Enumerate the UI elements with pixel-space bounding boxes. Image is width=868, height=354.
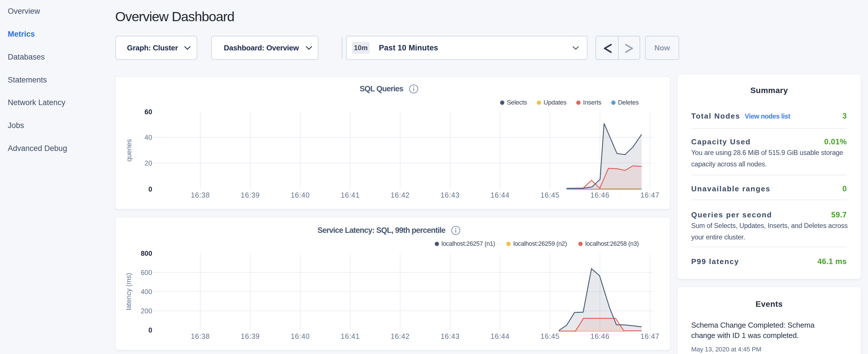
svg-text:16:43: 16:43 <box>440 191 460 199</box>
svg-text:16:46: 16:46 <box>590 191 610 199</box>
svg-text:40: 40 <box>145 133 152 141</box>
svg-text:16:44: 16:44 <box>491 191 510 199</box>
svg-text:16:45: 16:45 <box>540 191 560 199</box>
svg-text:20: 20 <box>145 159 152 167</box>
svg-text:200: 200 <box>141 307 152 315</box>
svg-text:400: 400 <box>141 288 152 296</box>
svg-text:16:44: 16:44 <box>491 332 510 340</box>
svg-text:queries: queries <box>125 139 133 162</box>
svg-text:0: 0 <box>149 185 152 193</box>
svg-text:16:39: 16:39 <box>241 332 260 340</box>
svg-text:600: 600 <box>141 269 152 277</box>
svg-text:16:41: 16:41 <box>341 191 360 199</box>
svg-text:16:45: 16:45 <box>540 332 560 340</box>
svg-text:16:40: 16:40 <box>290 332 310 340</box>
svg-text:0: 0 <box>149 326 152 334</box>
svg-text:16:47: 16:47 <box>641 332 660 340</box>
svg-text:16:38: 16:38 <box>191 191 210 199</box>
svg-text:16:42: 16:42 <box>391 191 410 199</box>
svg-text:16:41: 16:41 <box>341 332 360 340</box>
svg-text:16:43: 16:43 <box>440 332 460 340</box>
svg-text:16:40: 16:40 <box>290 191 310 199</box>
svg-text:16:47: 16:47 <box>641 191 660 199</box>
svg-text:60: 60 <box>145 108 152 116</box>
svg-text:800: 800 <box>141 250 152 257</box>
svg-text:16:38: 16:38 <box>191 332 210 340</box>
svg-text:16:39: 16:39 <box>241 191 260 199</box>
svg-text:16:42: 16:42 <box>391 332 410 340</box>
svg-text:latency (ms): latency (ms) <box>125 273 132 311</box>
svg-text:16:46: 16:46 <box>590 332 610 340</box>
